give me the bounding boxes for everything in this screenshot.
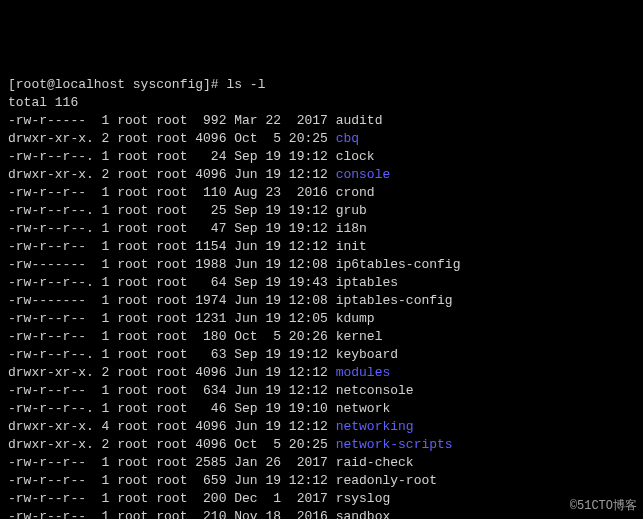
- file-row: -rw-r--r-- 1 root root 634 Jun 19 12:12 …: [8, 382, 635, 400]
- file-row: -rw-r--r--. 1 root root 24 Sep 19 19:12 …: [8, 148, 635, 166]
- file-name: auditd: [336, 113, 383, 128]
- command: ls -l: [226, 77, 265, 92]
- file-name: raid-check: [336, 455, 414, 470]
- file-name: i18n: [336, 221, 367, 236]
- file-row: drwxr-xr-x. 2 root root 4096 Jun 19 12:1…: [8, 166, 635, 184]
- file-name: kernel: [336, 329, 383, 344]
- file-row: -rw------- 1 root root 1974 Jun 19 12:08…: [8, 292, 635, 310]
- file-name: cbq: [336, 131, 359, 146]
- file-row: drwxr-xr-x. 4 root root 4096 Jun 19 12:1…: [8, 418, 635, 436]
- file-name: network-scripts: [336, 437, 453, 452]
- file-name: networking: [336, 419, 414, 434]
- file-row: -rw-r--r-- 1 root root 659 Jun 19 12:12 …: [8, 472, 635, 490]
- file-row: drwxr-xr-x. 2 root root 4096 Oct 5 20:25…: [8, 436, 635, 454]
- file-name: netconsole: [336, 383, 414, 398]
- watermark: ©51CTO博客: [570, 497, 637, 515]
- file-row: -rw-r--r-- 1 root root 200 Dec 1 2017 rs…: [8, 490, 635, 508]
- file-name: keyboard: [336, 347, 398, 362]
- file-row: -rw-r--r-- 1 root root 110 Aug 23 2016 c…: [8, 184, 635, 202]
- prompt: [root@localhost sysconfig]#: [8, 77, 219, 92]
- file-row: -rw-r--r--. 1 root root 25 Sep 19 19:12 …: [8, 202, 635, 220]
- file-row: -rw-r--r--. 1 root root 63 Sep 19 19:12 …: [8, 346, 635, 364]
- file-name: console: [336, 167, 391, 182]
- file-name: init: [336, 239, 367, 254]
- file-row: -rw-r--r--. 1 root root 46 Sep 19 19:10 …: [8, 400, 635, 418]
- file-name: readonly-root: [336, 473, 437, 488]
- file-name: kdump: [336, 311, 375, 326]
- terminal-output[interactable]: [root@localhost sysconfig]# ls -ltotal 1…: [8, 76, 635, 519]
- file-name: modules: [336, 365, 391, 380]
- file-name: rsyslog: [336, 491, 391, 506]
- file-row: -rw-r--r--. 1 root root 64 Sep 19 19:43 …: [8, 274, 635, 292]
- total-line: total 116: [8, 94, 635, 112]
- file-name: clock: [336, 149, 375, 164]
- file-row: drwxr-xr-x. 2 root root 4096 Oct 5 20:25…: [8, 130, 635, 148]
- file-row: -rw-r--r-- 1 root root 2585 Jan 26 2017 …: [8, 454, 635, 472]
- file-row: drwxr-xr-x. 2 root root 4096 Jun 19 12:1…: [8, 364, 635, 382]
- file-row: -rw-r--r-- 1 root root 1231 Jun 19 12:05…: [8, 310, 635, 328]
- file-name: iptables: [336, 275, 398, 290]
- file-row: -rw-r----- 1 root root 992 Mar 22 2017 a…: [8, 112, 635, 130]
- file-name: crond: [336, 185, 375, 200]
- file-row: -rw------- 1 root root 1988 Jun 19 12:08…: [8, 256, 635, 274]
- file-name: grub: [336, 203, 367, 218]
- file-name: sandbox: [336, 509, 391, 519]
- file-name: iptables-config: [336, 293, 453, 308]
- file-row: -rw-r--r-- 1 root root 210 Nov 18 2016 s…: [8, 508, 635, 519]
- file-name: ip6tables-config: [336, 257, 461, 272]
- file-row: -rw-r--r--. 1 root root 47 Sep 19 19:12 …: [8, 220, 635, 238]
- file-row: -rw-r--r-- 1 root root 180 Oct 5 20:26 k…: [8, 328, 635, 346]
- file-name: network: [336, 401, 391, 416]
- file-row: -rw-r--r-- 1 root root 1154 Jun 19 12:12…: [8, 238, 635, 256]
